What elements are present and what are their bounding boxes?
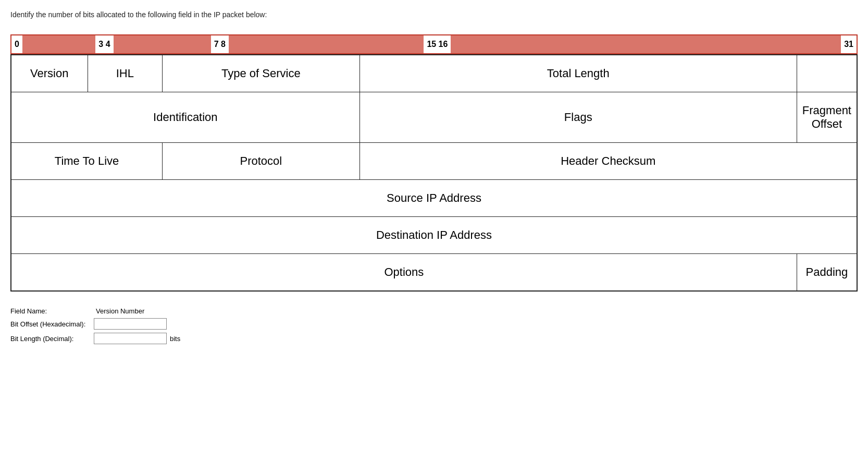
- table-row-4: Source IP Address: [11, 180, 857, 217]
- ip-packet-table: Version IHL Type of Service Total Length…: [10, 54, 858, 292]
- cell-identification: Identification: [11, 92, 359, 143]
- bit-ruler: 0 3 4 7 8 15 16 31: [10, 34, 858, 54]
- bit-length-input[interactable]: [94, 333, 167, 344]
- cell-source-ip: Source IP Address: [11, 180, 857, 217]
- table-row-6: Options Padding: [11, 254, 857, 292]
- bit-segment-4-7: [114, 35, 211, 53]
- cell-fragment-offset: Fragment Offset: [797, 92, 857, 143]
- cell-padding: Padding: [797, 254, 857, 292]
- instruction-text: Identify the number of bits allocated to…: [10, 10, 858, 19]
- bit-label-31: 31: [841, 40, 857, 49]
- bit-offset-label: Bit Offset (Hexadecimal):: [10, 320, 94, 328]
- bits-suffix: bits: [170, 335, 180, 343]
- bit-label-0: 0: [11, 40, 22, 49]
- table-row-3: Time To Live Protocol Header Checksum: [11, 143, 857, 180]
- bit-segment-8-15: [229, 35, 424, 53]
- cell-options: Options: [11, 254, 797, 292]
- cell-total-length: Total Length: [359, 55, 797, 92]
- bit-length-row: Bit Length (Decimal): bits: [10, 333, 858, 344]
- cell-ihl: IHL: [88, 55, 163, 92]
- cell-type-of-service: Type of Service: [163, 55, 360, 92]
- cell-flags: Flags: [359, 92, 797, 143]
- table-row-1: Version IHL Type of Service Total Length: [11, 55, 857, 92]
- cell-version: Version: [11, 55, 88, 92]
- cell-protocol: Protocol: [163, 143, 360, 180]
- field-name-row: Field Name: Version Number: [10, 307, 858, 315]
- bit-segment-16-31: [451, 35, 841, 53]
- bit-label-3: 3 4: [95, 40, 113, 49]
- form-section: Field Name: Version Number Bit Offset (H…: [10, 307, 858, 344]
- bit-segment-0-3: [22, 35, 95, 53]
- bit-offset-row: Bit Offset (Hexadecimal):: [10, 318, 858, 330]
- table-row-2: Identification Flags Fragment Offset: [11, 92, 857, 143]
- table-row-5: Destination IP Address: [11, 217, 857, 254]
- bit-offset-input[interactable]: [94, 318, 167, 330]
- bit-label-7: 7 8: [211, 40, 229, 49]
- bit-length-label: Bit Length (Decimal):: [10, 335, 94, 343]
- cell-header-checksum: Header Checksum: [359, 143, 857, 180]
- cell-dest-ip: Destination IP Address: [11, 217, 857, 254]
- field-name-value: Version Number: [96, 307, 144, 315]
- cell-time-to-live: Time To Live: [11, 143, 163, 180]
- field-name-label: Field Name:: [10, 307, 94, 315]
- bit-label-15: 15 16: [424, 40, 451, 49]
